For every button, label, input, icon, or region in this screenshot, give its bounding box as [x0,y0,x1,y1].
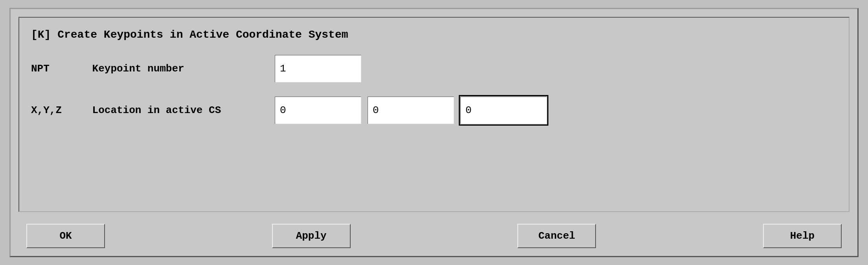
y-input[interactable] [368,97,454,124]
npt-row: NPT Keypoint number [31,55,837,82]
apply-button[interactable]: Apply [272,224,351,248]
form-panel: [K] Create Keypoints in Active Coordinat… [18,17,850,212]
xyz-row: X,Y,Z Location in active CS [31,97,837,124]
ok-button[interactable]: OK [26,224,105,248]
create-keypoints-dialog: [K] Create Keypoints in Active Coordinat… [9,8,859,257]
npt-input[interactable] [275,55,361,82]
npt-label-text: Keypoint number [92,63,184,75]
xyz-code: X,Y,Z [31,104,78,116]
xyz-inputs [275,97,547,124]
xyz-label-text: Location in active CS [92,104,221,116]
dialog-title: [K] Create Keypoints in Active Coordinat… [31,29,837,41]
x-input[interactable] [275,97,361,124]
npt-code: NPT [31,63,78,75]
z-input[interactable] [460,97,547,124]
npt-label: NPT Keypoint number [31,63,275,75]
button-row: OK Apply Cancel Help [18,224,850,248]
cancel-button[interactable]: Cancel [517,224,596,248]
xyz-label: X,Y,Z Location in active CS [31,104,275,116]
help-button[interactable]: Help [763,224,842,248]
